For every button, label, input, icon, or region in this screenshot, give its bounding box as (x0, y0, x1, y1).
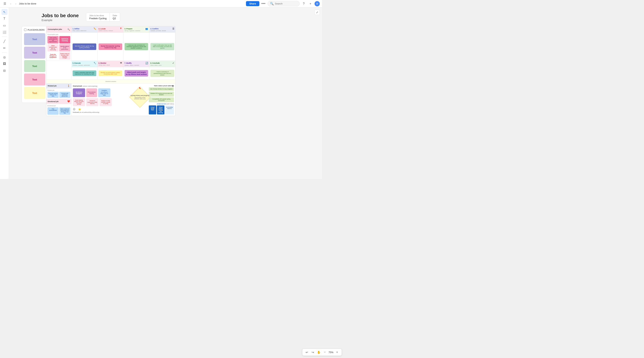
table-stakes-card-1[interactable]: User-friendly interface for easy navigat… (149, 87, 174, 91)
table-stakes-cards: User-friendly interface for easy navigat… (149, 87, 174, 102)
forward-button[interactable]: › (14, 2, 18, 6)
stage-5-content: I want a seamless start-and-stop experie… (72, 67, 98, 80)
emotional-card-1[interactable]: Feel accomplished (48, 107, 58, 115)
placeholder-text-green[interactable]: Text (24, 60, 45, 72)
emotional-job-icon: ❤️ (67, 100, 70, 103)
stage-8-card[interactable]: I need a summary of achievements at the … (150, 70, 174, 77)
underserved-card-2[interactable]: Virtual indoor cycling and training (157, 105, 164, 114)
search-icon: 🔍 (270, 2, 274, 6)
diamond-container: Cycling history and progress Appropriate… (129, 86, 151, 108)
overserved-card-3[interactable]: Analytics providing a large sum of data (98, 88, 110, 97)
placeholders-panel: PLACEHOLDERS Text Text Text Text Text (22, 26, 48, 103)
overserved-card-1[interactable]: AI-driven insights (73, 88, 85, 97)
emotional-job-title: Emotional job (48, 100, 58, 102)
related-job-title: Related job (48, 85, 56, 87)
stage-2-card[interactable]: Easily find popular cycling routes in my… (98, 43, 122, 50)
back-button[interactable]: ‹ (8, 2, 13, 6)
left-card-2[interactable]: Optimize training (59, 36, 70, 43)
placeholder-text-blue[interactable]: Text (24, 33, 45, 45)
consumption-left-cards: Consumption jobs Track cycling performan… (46, 33, 72, 61)
placeholder-text-purple[interactable]: Text (24, 47, 45, 59)
related-job-header: Related job 🚶 (46, 83, 71, 88)
stage-5-icon: 🔧 (94, 62, 96, 64)
frame-tool-button[interactable]: ⬜ (2, 29, 8, 35)
meta-date: Date Q2 (110, 13, 120, 21)
placeholders-checkbox[interactable] (24, 29, 26, 31)
placeholder-text-yellow[interactable]: Text (24, 87, 45, 99)
left-card-4[interactable]: Identify patterns in my performance (59, 44, 70, 51)
emotional-card-2[interactable]: Gain a sense of encouragement during a t… (59, 107, 70, 115)
image-tool-button[interactable]: 🖼 (2, 61, 8, 67)
stage-4-subtitle: Validate, prioritize, decide (150, 30, 174, 31)
diagram-container: Consumption jobs 🔨 1. Define ✏️ Plan, se… (46, 26, 176, 116)
stage-5-card[interactable]: I want a seamless start-and-stop experie… (73, 70, 96, 76)
stage-4-card[interactable]: I want confirmation that my ride data is… (150, 43, 174, 50)
stage-1-card[interactable]: Set clear fitness goals for my cycling a… (73, 43, 96, 50)
table-tool-button[interactable]: ⊟ (2, 68, 8, 74)
stage-7-header: 7. Modify 🔄 Update, adjust, maintain (123, 61, 149, 67)
stage-5-header: 5. Execute 🔧 Perform, transact, administ… (72, 61, 98, 67)
left-card-3[interactable]: Share achievements with my community (48, 44, 58, 51)
stage-2-header: 2. Locate 📍 Gather, access, retrieve (98, 26, 123, 33)
overserved-sublabel: (reduce cost/complexity) (83, 85, 98, 87)
select-tool-button[interactable]: ↖ (2, 9, 8, 15)
expand-button[interactable]: ⤢ (314, 10, 320, 15)
search-input[interactable] (275, 2, 297, 5)
stage-6-card[interactable]: Monitor my performance metrics during an… (98, 70, 122, 76)
overserved-card-5[interactable]: Advanced augmented reality features (86, 98, 98, 106)
stage-4-icon: ☰ (172, 28, 174, 30)
more-options-button[interactable]: ••• (261, 1, 266, 6)
placeholders-label: PLACEHOLDERS (28, 29, 44, 31)
underserved-label-text: Underserved (add value) (149, 103, 174, 105)
stage-7-card[interactable]: Adjust goals and targets as my fitness l… (124, 70, 148, 77)
left-card-1[interactable]: Track cycling performance to see improve… (48, 36, 58, 43)
overserved-card-6[interactable]: Analysis of daily activities outside of … (100, 98, 112, 106)
bottom-sections: Related job 🚶 Related job Find new cycli… (46, 83, 175, 116)
bottom-left-panels: Related job 🚶 Related job Find new cycli… (46, 83, 72, 116)
doc-title-block: Jobs to be done Example (42, 13, 79, 22)
stage-8-subtitle: Store, finish, close (150, 64, 174, 66)
stage-4-header: 4. Confirm ☰ Validate, prioritize, decid… (150, 26, 175, 33)
left-card-6[interactable]: Explore maps of my rides, with elevation… (59, 52, 70, 59)
underserved-cards: Virtual group rides Virtual indoor cycli… (149, 105, 174, 114)
bottom-right-content: Overserved (reduce cost/complexity) 🎙 AI… (72, 83, 175, 116)
table-stakes-card-2[interactable]: Reliable GPS tracking and accurate ride … (149, 92, 174, 96)
related-job-icon: 🚶 (67, 85, 70, 87)
stage-8-title: 8. Conclude (150, 62, 160, 64)
rectangle-tool-button[interactable]: ▭ (2, 22, 8, 28)
help-button[interactable]: ? (301, 1, 306, 6)
diagram: Consumption jobs 🔨 1. Define ✏️ Plan, se… (46, 26, 176, 116)
add-button[interactable]: + (308, 1, 313, 6)
stage-6-content: Monitor my performance metrics during an… (98, 67, 123, 80)
stage-4-content: I want confirmation that my ride data is… (150, 33, 175, 61)
stage-5-subtitle: Perform, transact, administer (73, 64, 96, 66)
related-card-1[interactable]: Find new cycling routes in my area (48, 92, 58, 98)
doc-meta-box: Jobs to be done Fredwin Cycling Date Q2 (86, 13, 120, 22)
share-button[interactable]: Share (246, 1, 260, 6)
pen-tool-button[interactable]: ✏ (2, 45, 8, 51)
canvas-area[interactable]: ⤢ Jobs to be done Example Jobs to be don… (9, 8, 322, 179)
stage-headers-grid2: 5. Execute 🔧 Perform, transact, administ… (72, 61, 175, 67)
meta-project: Jobs to be done Fredwin Cycling (86, 13, 110, 21)
overserved-card-4[interactable]: Avoid sharing features for users who pre… (73, 98, 85, 106)
search-box[interactable]: 🔍 (268, 1, 300, 6)
star-icon: ⭐ (78, 108, 81, 111)
doc-title: Jobs to be done (42, 13, 79, 19)
avatar[interactable]: U (314, 1, 320, 6)
overserved-card-2[interactable]: Personalized training (86, 88, 97, 97)
stage-3-card[interactable]: I want pre-ride reminders for essential … (124, 43, 148, 50)
sidebar-toggle-button[interactable]: ☰ (2, 1, 8, 6)
stage-1-header: 1. Define ✏️ Plan, select, determine (72, 26, 98, 33)
related-card-2[interactable]: Connect with cyclists for group rides (59, 92, 70, 98)
text-tool-button[interactable]: T (2, 16, 8, 22)
underserved-card-3[interactable]: Accessibility features (165, 105, 174, 114)
topbar-left: ☰ ‹ › Jobs to be done (2, 1, 36, 6)
table-stakes-card-3[interactable]: Compatibility with popular cycling acces… (149, 97, 174, 102)
meta-date-label: Date (113, 14, 117, 17)
left-card-5[interactable]: Track the lifespan of equipment (48, 52, 58, 59)
line-tool-button[interactable]: ╱ (2, 38, 8, 44)
placeholder-text-pink[interactable]: Text (24, 74, 45, 85)
stage-3-header: 3. Prepare 👥 Set up, organize, examine (123, 26, 149, 33)
component-tool-button[interactable]: ◎ (2, 54, 8, 60)
power-icon: ⏻ (73, 108, 75, 111)
